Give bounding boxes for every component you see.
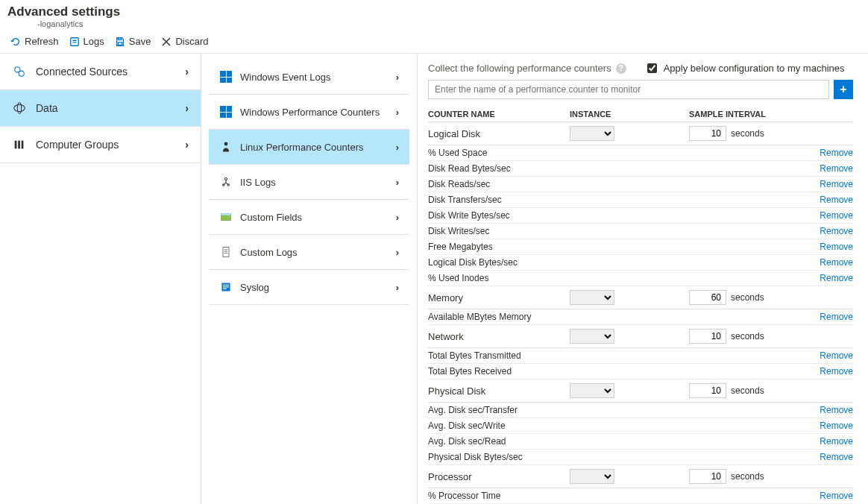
svg-rect-2 <box>118 37 121 40</box>
counter-row: Logical Disk Bytes/secRemove <box>428 255 853 271</box>
data-item-windows-performance-counters[interactable]: Windows Performance Counters› <box>209 95 409 130</box>
counter-label: % Processor Time <box>428 491 500 501</box>
instance-select[interactable] <box>570 329 614 344</box>
instance-select[interactable] <box>570 469 614 484</box>
remove-link[interactable]: Remove <box>820 148 853 158</box>
page-header: Advanced settings -loganalytics <box>0 0 868 30</box>
counter-row: Free MegabytesRemove <box>428 239 853 255</box>
counter-row: Avg. Disk sec/WriteRemove <box>428 418 853 434</box>
instance-select[interactable] <box>570 126 614 141</box>
interval-input[interactable] <box>689 329 726 344</box>
data-item-icon <box>219 175 233 189</box>
interval-input[interactable] <box>689 126 726 141</box>
data-item-linux-performance-counters[interactable]: Linux Performance Counters› <box>209 130 409 165</box>
svg-rect-0 <box>70 37 78 45</box>
save-icon <box>115 37 125 47</box>
remove-link[interactable]: Remove <box>820 491 853 501</box>
remove-link[interactable]: Remove <box>820 273 853 283</box>
sidebar-item-data[interactable]: Data› <box>0 90 201 127</box>
sidebar-item-label: Data <box>36 102 58 114</box>
counter-label: Logical Disk Bytes/sec <box>428 257 518 268</box>
counter-label: Disk Writes/sec <box>428 226 489 236</box>
add-counter-button[interactable]: + <box>834 80 853 99</box>
save-button[interactable]: Save <box>115 36 151 47</box>
counter-label: Total Bytes Transmitted <box>428 350 521 361</box>
group-name: Logical Disk <box>428 128 570 139</box>
apply-checkbox-input[interactable] <box>647 63 657 73</box>
remove-link[interactable]: Remove <box>820 257 853 268</box>
chevron-right-icon: › <box>396 177 399 188</box>
counter-row: Disk Writes/secRemove <box>428 224 853 239</box>
counter-row: Available MBytes MemoryRemove <box>428 309 853 325</box>
data-item-label: Custom Fields <box>240 212 302 223</box>
interval-input[interactable] <box>689 469 726 484</box>
remove-link[interactable]: Remove <box>820 420 853 431</box>
logs-label: Logs <box>84 36 104 47</box>
remove-link[interactable]: Remove <box>820 195 853 205</box>
counter-label: % Used Inodes <box>428 273 488 283</box>
counter-name-input[interactable] <box>428 80 829 99</box>
data-item-icon <box>219 280 233 294</box>
remove-link[interactable]: Remove <box>820 210 853 221</box>
collect-note: Collect the following performance counte… <box>428 63 611 74</box>
counter-label: Disk Reads/sec <box>428 179 490 189</box>
remove-link[interactable]: Remove <box>820 179 853 189</box>
svg-point-13 <box>227 184 229 186</box>
data-item-label: IIS Logs <box>240 177 276 188</box>
remove-link[interactable]: Remove <box>820 405 853 415</box>
apply-config-checkbox[interactable]: Apply below configuration to my machines <box>644 61 845 75</box>
svg-rect-7 <box>15 141 17 149</box>
remove-link[interactable]: Remove <box>820 312 853 322</box>
counter-label: Physical Disk Bytes/sec <box>428 452 523 462</box>
interval-input[interactable] <box>689 383 726 398</box>
remove-link[interactable]: Remove <box>820 436 853 447</box>
logs-button[interactable]: Logs <box>69 36 104 47</box>
group-name: Memory <box>428 292 570 303</box>
data-item-syslog[interactable]: Syslog› <box>209 270 409 305</box>
data-item-windows-event-logs[interactable]: Windows Event Logs› <box>209 60 409 95</box>
sidebar-item-label: Computer Groups <box>36 139 119 151</box>
remove-link[interactable]: Remove <box>820 226 853 236</box>
remove-link[interactable]: Remove <box>820 163 853 174</box>
remove-link[interactable]: Remove <box>820 242 853 252</box>
sidebar-icon <box>12 101 27 116</box>
counter-label: Available MBytes Memory <box>428 312 532 322</box>
data-subnav: Windows Event Logs›Windows Performance C… <box>201 54 418 504</box>
svg-rect-15 <box>221 213 231 215</box>
save-label: Save <box>129 36 151 47</box>
discard-button[interactable]: Discard <box>161 36 208 47</box>
chevron-right-icon: › <box>396 212 399 223</box>
interval-input[interactable] <box>689 290 726 305</box>
data-item-label: Linux Performance Counters <box>240 142 363 153</box>
instance-select[interactable] <box>570 383 614 398</box>
data-item-icon <box>219 140 233 154</box>
svg-rect-16 <box>223 248 229 257</box>
svg-rect-19 <box>223 286 229 287</box>
counter-row: Avg. Disk sec/TransferRemove <box>428 403 853 418</box>
sidebar-item-computer-groups[interactable]: Computer Groups› <box>0 127 201 163</box>
data-item-label: Custom Logs <box>240 247 298 258</box>
remove-link[interactable]: Remove <box>820 452 853 462</box>
group-name: Network <box>428 331 570 342</box>
counter-label: Avg. Disk sec/Transfer <box>428 405 518 415</box>
refresh-button[interactable]: Refresh <box>10 36 59 47</box>
svg-point-4 <box>19 71 24 76</box>
counter-row: % Used SpaceRemove <box>428 145 853 161</box>
chevron-right-icon: › <box>396 142 399 153</box>
data-item-icon <box>219 70 233 84</box>
data-item-custom-fields[interactable]: Custom Fields› <box>209 200 409 235</box>
data-item-icon <box>219 245 233 259</box>
table-header: COUNTER NAME INSTANCE SAMPLE INTERVAL <box>428 107 853 122</box>
chevron-right-icon: › <box>396 282 399 293</box>
remove-link[interactable]: Remove <box>820 366 853 377</box>
remove-link[interactable]: Remove <box>820 350 853 361</box>
refresh-label: Refresh <box>25 36 59 47</box>
svg-point-11 <box>224 177 227 180</box>
data-item-custom-logs[interactable]: Custom Logs› <box>209 235 409 270</box>
data-item-iis-logs[interactable]: IIS Logs› <box>209 165 409 200</box>
sidebar-item-connected-sources[interactable]: Connected Sources› <box>0 54 201 90</box>
help-icon[interactable]: ? <box>616 63 626 74</box>
counter-label: Free Megabytes <box>428 242 493 252</box>
instance-select[interactable] <box>570 290 614 305</box>
counter-group-row: Logical Diskseconds <box>428 122 853 145</box>
